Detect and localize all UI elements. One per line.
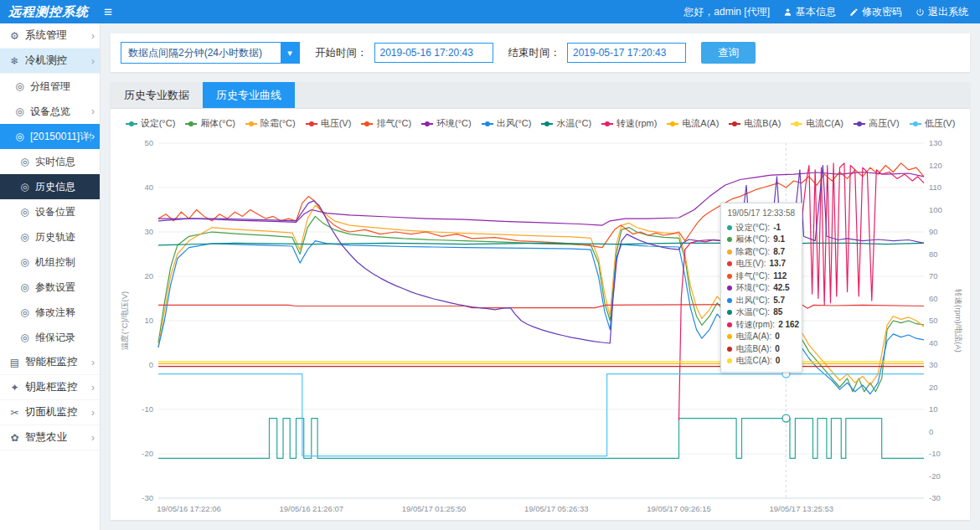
- sidebar-item[interactable]: ◎实时信息: [0, 149, 100, 174]
- tooltip-value: 112: [773, 270, 787, 283]
- sidebar-item-label: 钥匙柜监控: [25, 380, 78, 394]
- svg-text:19/05/16 21:26:07: 19/05/16 21:26:07: [279, 504, 343, 513]
- chevron-right-icon: ›: [91, 30, 95, 42]
- legend-label: 水温(°C): [556, 117, 591, 130]
- sidebar-item-label: 设备位置: [35, 205, 75, 219]
- svg-text:温度(°C)/电压(V): 温度(°C)/电压(V): [120, 291, 129, 350]
- legend-item[interactable]: 水温(°C): [541, 117, 591, 130]
- sidebar-item-label: 设备总览: [30, 105, 70, 119]
- header-link-label: 基本信息: [796, 5, 836, 19]
- legend-item[interactable]: 电流A(A): [667, 117, 719, 130]
- legend-label: 厢体(°C): [200, 117, 235, 130]
- sidebar-item[interactable]: ◎机组控制: [0, 250, 100, 275]
- svg-text:-10: -10: [929, 449, 941, 458]
- svg-text:100: 100: [929, 205, 942, 214]
- legend-label: 电流B(A): [744, 117, 781, 130]
- svg-text:70: 70: [929, 271, 938, 280]
- header-link[interactable]: 基本信息: [783, 5, 836, 19]
- svg-text:30: 30: [929, 360, 938, 369]
- svg-text:50: 50: [144, 138, 153, 147]
- tooltip-row: 电压(V): 13.7: [727, 258, 796, 270]
- tooltip-value: 42.5: [773, 282, 789, 295]
- svg-text:10: 10: [144, 316, 153, 325]
- legend-item[interactable]: 低压(V): [910, 117, 956, 130]
- sidebar-item[interactable]: ❄冷机测控›: [0, 49, 100, 74]
- tooltip-series-dot: [727, 322, 732, 327]
- tab-history-curve[interactable]: 历史专业曲线: [203, 82, 295, 108]
- legend-item[interactable]: 电流C(A): [791, 117, 843, 130]
- query-button[interactable]: 查询: [701, 42, 756, 64]
- legend-item[interactable]: 出风(°C): [482, 117, 532, 130]
- sidebar-item[interactable]: ✿智慧农业›: [0, 425, 100, 450]
- svg-text:-30: -30: [929, 493, 941, 502]
- end-time-input[interactable]: [567, 43, 686, 63]
- legend-item[interactable]: 电流B(A): [729, 117, 781, 130]
- sidebar-item-label: 参数设置: [35, 280, 75, 295]
- menu-toggle-icon[interactable]: ≡: [104, 5, 112, 19]
- chevron-right-icon: ›: [91, 382, 95, 394]
- sidebar-item[interactable]: ▤智能柜监控›: [0, 350, 100, 375]
- svg-text:0: 0: [149, 360, 153, 369]
- tooltip-label: 转速(rpm):: [735, 319, 775, 332]
- sidebar-item-label: 修改注释: [35, 306, 75, 320]
- tooltip-row: 设定(°C): -1: [727, 222, 796, 234]
- chart-tooltip: 19/05/17 12:33:58设定(°C): -1厢体(°C): 9.1除霜…: [720, 203, 802, 373]
- sidebar-item[interactable]: ◎历史信息: [0, 174, 100, 199]
- tooltip-value: 0: [775, 331, 780, 343]
- svg-text:20: 20: [929, 383, 938, 392]
- sidebar-item[interactable]: ◎[20150011]详情›: [0, 124, 100, 149]
- edit-icon: [849, 8, 859, 17]
- legend-item[interactable]: 除霜(°C): [245, 117, 296, 130]
- tooltip-series-dot: [727, 261, 732, 266]
- chevron-right-icon: ›: [91, 407, 95, 419]
- sidebar-item[interactable]: ◎修改注释: [0, 300, 100, 325]
- tab-history-data[interactable]: 历史专业数据: [111, 82, 203, 108]
- chart-area[interactable]: 设定(°C)厢体(°C)除霜(°C)电压(V)排气(°C)环境(°C)出风(°C…: [111, 109, 970, 528]
- sidebar-item[interactable]: ◎设备位置: [0, 199, 100, 224]
- sidebar-item-label: 冷机测控: [25, 54, 67, 68]
- legend-marker-icon: [667, 123, 678, 125]
- sidebar-item[interactable]: ◎设备总览›: [0, 99, 100, 124]
- legend-item[interactable]: 排气(°C): [361, 117, 411, 130]
- tooltip-row: 排气(°C): 112: [727, 270, 796, 283]
- chevron-right-icon: ›: [91, 131, 95, 142]
- tooltip-label: 电压(V):: [735, 258, 766, 270]
- power-icon: [916, 8, 925, 17]
- svg-text:40: 40: [144, 183, 153, 192]
- legend-marker-icon: [306, 123, 317, 125]
- legend-item[interactable]: 设定(°C): [126, 117, 176, 130]
- sidebar-item[interactable]: ◎分组管理: [0, 74, 100, 99]
- sidebar-item[interactable]: ◎维保记录: [0, 325, 100, 350]
- top-header: 远程测控系统 ≡ 您好，admin [代理] 基本信息修改密码退出系统: [0, 0, 980, 23]
- interval-select[interactable]: 数据点间隔2分钟(24小时数据) ▾: [121, 42, 300, 64]
- header-nav: 基本信息修改密码退出系统: [783, 5, 968, 19]
- chevron-right-icon: ›: [91, 105, 95, 117]
- sidebar-item[interactable]: ◎参数设置: [0, 275, 100, 300]
- tooltip-value: 8.7: [773, 246, 785, 259]
- svg-text:-10: -10: [142, 404, 153, 414]
- dot-icon: ◎: [13, 80, 26, 92]
- legend-item[interactable]: 环境(°C): [421, 117, 472, 130]
- history-curve-chart[interactable]: 50403020100-10-20-3013012011010090807060…: [116, 131, 964, 525]
- legend-item[interactable]: 高压(V): [854, 117, 900, 130]
- start-time-input[interactable]: [374, 43, 493, 63]
- app-root: 远程测控系统 ≡ 您好，admin [代理] 基本信息修改密码退出系统 ⚙系统管…: [0, 0, 980, 530]
- tooltip-series-dot: [727, 298, 732, 303]
- sidebar-item[interactable]: ⚙系统管理›: [0, 23, 100, 49]
- sidebar-item[interactable]: ✂切面机监控›: [0, 400, 100, 425]
- tooltip-label: 电流B(A):: [735, 343, 771, 356]
- sidebar-item[interactable]: ✦钥匙柜监控›: [0, 375, 100, 400]
- tooltip-row: 厢体(°C): 9.1: [727, 234, 796, 246]
- legend-item[interactable]: 转速(rpm): [601, 117, 657, 130]
- header-link[interactable]: 修改密码: [849, 5, 902, 19]
- header-link-label: 修改密码: [862, 5, 902, 19]
- tooltip-row: 转速(rpm): 2 162: [727, 319, 796, 332]
- legend-marker-icon: [361, 123, 373, 125]
- svg-text:19/05/17 05:26:33: 19/05/17 05:26:33: [524, 504, 589, 513]
- svg-text:120: 120: [929, 161, 942, 170]
- svg-text:40: 40: [929, 338, 938, 347]
- sidebar-item[interactable]: ◎历史轨迹: [0, 224, 100, 250]
- legend-item[interactable]: 厢体(°C): [185, 117, 235, 130]
- header-link[interactable]: 退出系统: [916, 5, 968, 19]
- legend-item[interactable]: 电压(V): [306, 117, 352, 130]
